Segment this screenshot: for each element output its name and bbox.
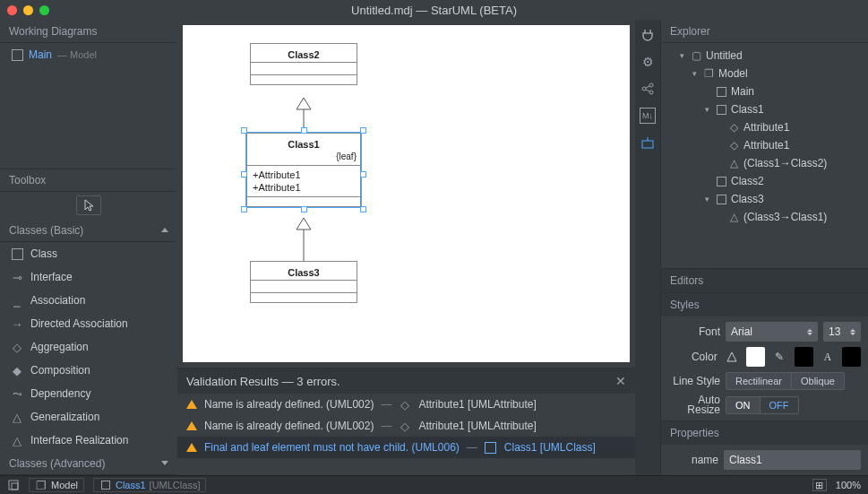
tool-generalization[interactable]: △Generalization xyxy=(0,405,177,429)
autoresize-on-button[interactable]: ON xyxy=(726,397,760,413)
gear-icon[interactable]: ⚙ xyxy=(640,54,656,70)
tree-node-model[interactable]: ▾❐Model xyxy=(661,65,868,82)
tool-association[interactable]: ⎯Association xyxy=(0,289,177,312)
validation-row-selected[interactable]: Final and leaf element must not have chi… xyxy=(177,437,635,458)
class-icon xyxy=(99,479,112,491)
line-color-swatch[interactable] xyxy=(795,347,813,367)
linestyle-oblique-button[interactable]: Oblique xyxy=(791,373,844,389)
resize-handle-n[interactable] xyxy=(301,127,307,134)
resize-handle-s[interactable] xyxy=(301,206,307,212)
warning-icon xyxy=(186,443,197,452)
tool-interface[interactable]: ⊸Interface xyxy=(0,265,177,289)
property-name-input[interactable]: Class1 xyxy=(724,450,861,470)
breadcrumb-model[interactable]: ❐ Model xyxy=(29,478,84,492)
tool-aggregation[interactable]: ◇Aggregation xyxy=(0,335,177,359)
svg-marker-1 xyxy=(296,98,311,109)
linestyle-rectilinear-button[interactable]: Rectilinear xyxy=(726,373,791,389)
tool-class[interactable]: Class xyxy=(0,242,177,265)
tree-node-generalization[interactable]: △(Class3→Class1) xyxy=(661,208,868,226)
tree-node-attribute[interactable]: ◇Attribute1 xyxy=(661,118,868,136)
property-name-label: name xyxy=(668,454,718,466)
tool-dependency[interactable]: ⤳Dependency xyxy=(0,382,177,405)
line-icon: ✎ xyxy=(770,347,789,367)
classes-basic-header[interactable]: Classes (Basic) xyxy=(0,219,177,242)
autoresize-off-button[interactable]: OFF xyxy=(760,397,798,413)
color-label: Color xyxy=(668,351,718,363)
svg-marker-3 xyxy=(296,218,311,230)
resize-handle-w[interactable] xyxy=(241,171,247,178)
uml-class-class1[interactable]: Class1 {leaf} +Attribute1 +Attribute1 xyxy=(246,133,361,207)
uml-class-class2[interactable]: Class2 xyxy=(250,43,357,85)
collapse-toggle[interactable]: ▾ xyxy=(690,69,699,78)
markdown-icon[interactable]: M↓ xyxy=(640,108,656,124)
attribute-icon: ◇ xyxy=(727,140,740,151)
tree-node-generalization[interactable]: △(Class1→Class2) xyxy=(661,154,868,172)
composition-icon: ◆ xyxy=(11,364,23,377)
tool-composition[interactable]: ◆Composition xyxy=(0,359,177,382)
text-color-swatch[interactable] xyxy=(842,347,861,367)
resize-handle-ne[interactable] xyxy=(360,127,366,134)
explorer-tree: ▾▢Untitled ▾❐Model Main ▾Class1 ◇Attribu… xyxy=(661,43,868,268)
interface-realization-icon: △ xyxy=(11,434,23,446)
editors-header[interactable]: Editors xyxy=(661,268,868,292)
select-tool-button[interactable] xyxy=(76,195,101,215)
validation-row[interactable]: Name is already defined. (UML002) — ◇ At… xyxy=(177,394,635,415)
package-icon: ❐ xyxy=(702,68,715,79)
breadcrumb-class1[interactable]: Class1 [UMLClass] xyxy=(93,478,206,492)
zoom-level: 100% xyxy=(836,480,861,490)
resize-handle-e[interactable] xyxy=(360,171,366,178)
toolbox-basic-list: Class ⊸Interface ⎯Association →Directed … xyxy=(0,242,177,452)
svg-line-8 xyxy=(646,90,649,91)
class-icon xyxy=(485,441,497,454)
svg-point-4 xyxy=(642,87,646,91)
class-icon xyxy=(715,104,727,115)
uml-class-class3[interactable]: Class3 xyxy=(250,261,357,303)
class1-constraint: {leaf} xyxy=(247,152,360,166)
zoom-reset-button[interactable]: ⊞ xyxy=(812,479,827,491)
tree-node-project[interactable]: ▾▢Untitled xyxy=(661,47,868,65)
diagram-canvas[interactable]: Class2 Class1 {leaf} +Attribute1 +Attrib… xyxy=(183,25,630,362)
plug-icon[interactable] xyxy=(640,27,656,43)
resize-handle-sw[interactable] xyxy=(241,206,247,212)
validation-row[interactable]: Name is already defined. (UML002) — ◇ At… xyxy=(177,415,635,437)
working-diagram-item[interactable]: Main — Model xyxy=(0,43,177,66)
collapse-toggle[interactable]: ▾ xyxy=(702,195,711,204)
association-icon: ⎯ xyxy=(11,294,23,307)
svg-point-5 xyxy=(649,83,653,87)
attribute-icon: ◇ xyxy=(399,420,411,432)
cursor-icon xyxy=(84,199,94,212)
diagram-icon xyxy=(715,86,727,97)
classes-advanced-header[interactable]: Classes (Advanced) xyxy=(0,452,177,475)
generalization-icon: △ xyxy=(727,212,740,222)
titlebar: Untitled.mdj — StarUML (BETA) xyxy=(0,0,868,20)
font-size-input[interactable]: 13 xyxy=(823,322,861,342)
project-icon: ▢ xyxy=(690,50,702,61)
share-icon[interactable] xyxy=(640,81,656,97)
tree-node-attribute[interactable]: ◇Attribute1 xyxy=(661,136,868,154)
tree-node-class3[interactable]: ▾Class3 xyxy=(661,190,868,208)
collapse-toggle[interactable]: ▾ xyxy=(677,51,686,60)
tree-node-class1[interactable]: ▾Class1 xyxy=(661,100,868,118)
tool-directed-association[interactable]: →Directed Association xyxy=(0,312,177,335)
text-color-icon: A xyxy=(819,347,838,367)
font-label: Font xyxy=(668,325,720,338)
fill-color-swatch[interactable] xyxy=(746,347,765,367)
generalization-class3-class1[interactable] xyxy=(293,216,314,263)
toolbox-header[interactable]: Toolbox xyxy=(0,169,177,192)
attribute-icon: ◇ xyxy=(399,398,411,411)
font-select[interactable]: Arial xyxy=(726,322,818,342)
resize-handle-se[interactable] xyxy=(360,206,366,212)
collapse-icon xyxy=(161,228,168,232)
resize-handle-nw[interactable] xyxy=(241,127,247,134)
tree-node-diagram[interactable]: Main xyxy=(661,82,868,100)
working-diagrams-header[interactable]: Working Diagrams xyxy=(0,20,177,43)
validation-icon[interactable] xyxy=(640,134,656,151)
tree-node-class2[interactable]: Class2 xyxy=(661,172,868,190)
collapse-toggle[interactable]: ▾ xyxy=(702,105,711,114)
explorer-header[interactable]: Explorer xyxy=(661,20,868,43)
styles-header[interactable]: Styles xyxy=(661,292,868,316)
tool-interface-realization[interactable]: △Interface Realization xyxy=(0,429,177,452)
validation-header: Validation Results — 3 errors. ✕ xyxy=(177,368,635,394)
validation-close-button[interactable]: ✕ xyxy=(615,374,626,388)
properties-header[interactable]: Properties xyxy=(661,420,868,445)
